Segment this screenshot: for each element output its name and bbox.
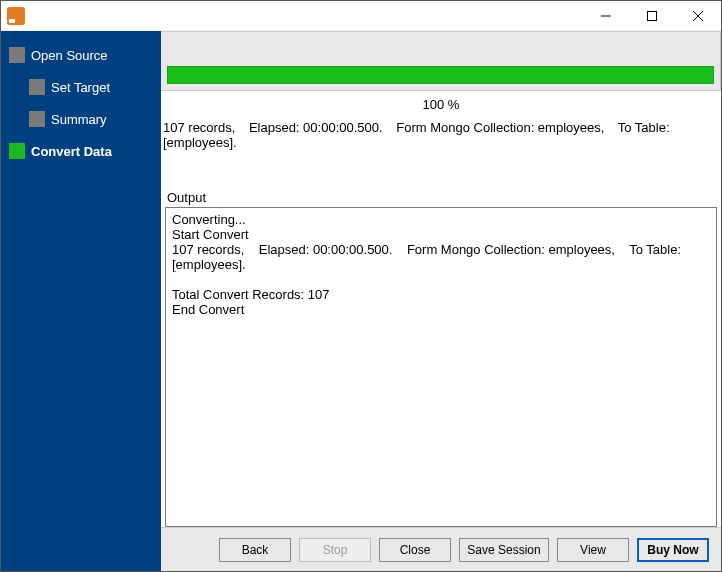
status-line: 107 records, Elapsed: 00:00:00.500. Form…: [161, 116, 721, 160]
step-label: Set Target: [51, 80, 110, 95]
app-icon: [7, 7, 25, 25]
step-summary[interactable]: Summary: [1, 103, 161, 135]
output-textarea[interactable]: Converting... Start Convert 107 records,…: [165, 207, 717, 527]
progress-area: [161, 31, 721, 91]
progress-percent: 100 %: [161, 91, 721, 116]
step-marker-icon: [9, 47, 25, 63]
output-label: Output: [165, 160, 717, 207]
close-window-button[interactable]: [675, 1, 721, 31]
svg-rect-1: [648, 11, 657, 20]
step-marker-icon: [29, 79, 45, 95]
step-label: Convert Data: [31, 144, 112, 159]
titlebar: [1, 1, 721, 31]
button-bar: Back Stop Close Save Session View Buy No…: [161, 527, 721, 571]
status-source: Form Mongo Collection: employees,: [396, 120, 604, 135]
step-marker-icon: [9, 143, 25, 159]
step-marker-icon: [29, 111, 45, 127]
step-set-target[interactable]: Set Target: [1, 71, 161, 103]
wizard-sidebar: Open Source Set Target Summary Convert D…: [1, 31, 161, 571]
output-section: Output Converting... Start Convert 107 r…: [161, 160, 721, 527]
status-elapsed: Elapsed: 00:00:00.500.: [249, 120, 383, 135]
maximize-button[interactable]: [629, 1, 675, 31]
progress-bar: [167, 66, 714, 84]
step-label: Summary: [51, 112, 107, 127]
back-button[interactable]: Back: [219, 538, 291, 562]
step-convert-data[interactable]: Convert Data: [1, 135, 161, 167]
content-pane: 100 % 107 records, Elapsed: 00:00:00.500…: [161, 31, 721, 571]
app-window: Open Source Set Target Summary Convert D…: [0, 0, 722, 572]
step-open-source[interactable]: Open Source: [1, 39, 161, 71]
close-button[interactable]: Close: [379, 538, 451, 562]
stop-button: Stop: [299, 538, 371, 562]
step-label: Open Source: [31, 48, 108, 63]
view-button[interactable]: View: [557, 538, 629, 562]
buy-now-button[interactable]: Buy Now: [637, 538, 709, 562]
save-session-button[interactable]: Save Session: [459, 538, 549, 562]
minimize-button[interactable]: [583, 1, 629, 31]
status-records: 107 records,: [163, 120, 235, 135]
